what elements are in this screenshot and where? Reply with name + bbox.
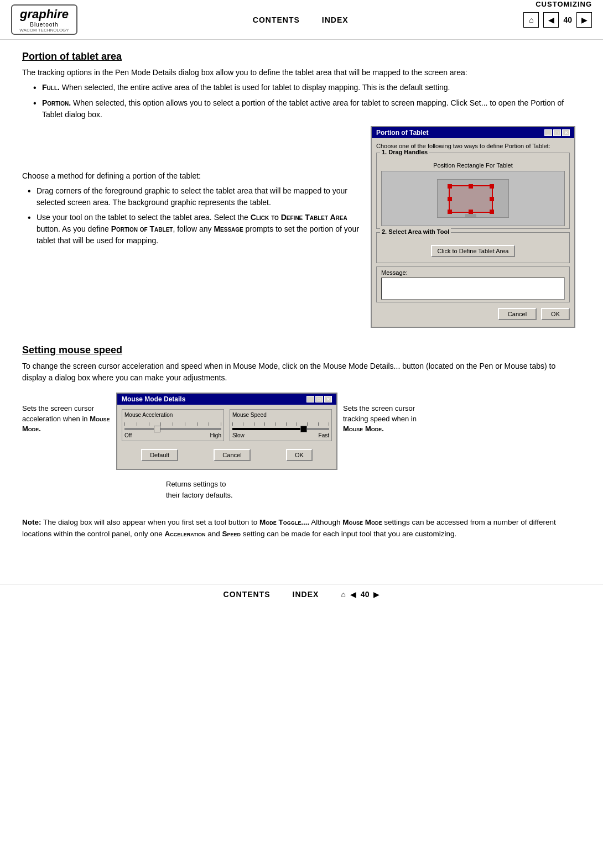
maximize-btn[interactable]: □ [553, 129, 561, 136]
message-box [381, 278, 565, 300]
handle-bl [448, 210, 452, 214]
mouse-dialog-container: Sets the screen cursor acceleration when… [22, 393, 581, 470]
note-section: Note: The dialog box will also appear wh… [22, 517, 581, 540]
dialog-footer: Cancel OK [376, 306, 570, 322]
tick [185, 422, 185, 426]
logo-sub: Bluetooth [30, 22, 58, 28]
speed-label: Mouse Speed [232, 412, 329, 418]
footer-page-number: 40 [361, 590, 370, 599]
speed-group: Mouse Speed [230, 409, 332, 441]
portion-label: Portion. [42, 98, 71, 107]
close-btn[interactable]: ✕ [562, 129, 570, 136]
accel-label: Mouse Acceleration [124, 412, 221, 418]
bullet-list-1: • Full. When selected, the entire active… [33, 82, 581, 121]
bullet-dot-2: • [33, 97, 42, 121]
sub-dot-1: • [28, 185, 37, 208]
mouse-cancel-btn[interactable]: Cancel [214, 449, 250, 461]
dialog-ok-btn[interactable]: OK [541, 308, 570, 320]
home-icon-btn[interactable]: ⌂ [523, 12, 539, 28]
mouse-row: Mouse Acceleration [122, 409, 332, 441]
mouse-maximize-btn[interactable]: □ [315, 396, 323, 402]
mouse-left-annotation: Sets the screen cursor acceleration when… [22, 393, 111, 434]
tick [264, 422, 265, 426]
note-body: The dialog box will also appear when you… [22, 518, 556, 537]
sub-text-1: Drag corners of the foreground graphic t… [37, 185, 360, 208]
acceleration-group: Mouse Acceleration [122, 409, 224, 441]
mouse-titlebar-btns: _ □ ✕ [306, 396, 332, 402]
footer-home-btn[interactable]: ⌂ [341, 590, 345, 599]
full-label: Full. [42, 83, 60, 92]
tick [232, 422, 233, 426]
section1-title: Portion of tablet area [22, 51, 581, 62]
note-label: Note: [22, 518, 41, 526]
speed-slider-handle[interactable] [300, 426, 307, 432]
titlebar-buttons: _ □ ✕ [544, 129, 570, 136]
handle-bc [469, 210, 473, 214]
two-col-layout: Choose a method for defining a portion o… [22, 126, 581, 328]
dialog-cancel-btn[interactable]: Cancel [498, 308, 537, 320]
dialog-titlebar: Portion of Tablet _ □ ✕ [372, 127, 574, 138]
footer-forward-btn[interactable]: ▶ [373, 590, 380, 599]
default-annotation: Returns settings totheir factory default… [166, 479, 581, 500]
tick [243, 422, 243, 426]
handle-tl [448, 184, 452, 189]
tick [209, 422, 209, 426]
forward-icon-btn[interactable]: ▶ [576, 12, 592, 28]
tick [254, 422, 254, 426]
tick [149, 422, 149, 426]
tick [286, 422, 287, 426]
left-annotation-text: Sets the screen cursor acceleration when… [22, 404, 111, 434]
minimize-btn[interactable]: _ [544, 129, 552, 136]
header: graphire Bluetooth WACOM TECHNOLOGY Cont… [0, 0, 603, 40]
sub-bullet-1: • Drag corners of the foreground graphic… [28, 185, 360, 208]
footer-contents-link[interactable]: Contents [223, 590, 271, 599]
mouse-default-btn[interactable]: Default [141, 449, 178, 461]
bullet-text-full: Full. When selected, the entire active a… [42, 82, 450, 94]
speed-slider-track [232, 428, 329, 430]
mouse-dialog-body: Mouse Acceleration [117, 405, 336, 469]
tick [275, 422, 275, 426]
footer-back-btn[interactable]: ◀ [350, 590, 356, 599]
sub-text-2: Use your tool on the tablet to select th… [37, 212, 360, 247]
portion-dialog: Portion of Tablet _ □ ✕ Choose one of th… [371, 126, 575, 328]
position-rect-label: Position Rectangle For Tablet [381, 162, 565, 169]
tick [197, 422, 197, 426]
handle-ml [448, 197, 452, 201]
logo-tagline: WACOM TECHNOLOGY [19, 28, 69, 33]
handle-tc [469, 184, 473, 189]
right-annotation-text: Sets the screen cursor tracking speed wh… [343, 404, 432, 434]
mouse-footer: Default Cancel OK [122, 446, 332, 464]
dialog-title: Portion of Tablet [376, 129, 428, 137]
header-nav: Contents Index [253, 15, 349, 24]
tick [160, 422, 161, 426]
footer-index-link[interactable]: Index [293, 590, 319, 599]
mouse-ok-btn[interactable]: OK [286, 449, 313, 461]
back-icon-btn[interactable]: ◀ [543, 12, 559, 28]
mouse-dialog: Mouse Mode Details _ □ ✕ Mouse Accelerat… [116, 393, 337, 470]
message-label: Message: [381, 269, 565, 276]
drag-handles-group: 1. Drag Handles Position Rectangle For T… [376, 153, 570, 229]
header-icons: ⌂ ◀ 40 ▶ [523, 12, 592, 28]
mouse-right-annotation: Sets the screen cursor tracking speed wh… [343, 393, 432, 434]
mouse-close-btn[interactable]: ✕ [324, 396, 332, 402]
section2-title: Setting mouse speed [22, 344, 581, 356]
mouse-minimize-btn[interactable]: _ [306, 396, 314, 402]
bottom-tab [465, 214, 476, 217]
accel-high-label: High [210, 432, 221, 438]
select-area-group: 2. Select Area with Tool Click to Define… [376, 232, 570, 263]
bullet-dot-1: • [33, 82, 42, 94]
message-group: Message: [376, 266, 570, 302]
mouse-dialog-title: Mouse Mode Details [122, 395, 185, 403]
logo-area: graphire Bluetooth WACOM TECHNOLOGY [11, 4, 77, 35]
tick [221, 422, 221, 426]
header-contents-link[interactable]: Contents [253, 15, 300, 24]
click-define-btn[interactable]: Click to Define Tablet Area [431, 245, 516, 257]
section1-intro: The tracking options in the Pen Mode Det… [22, 67, 581, 79]
header-index-link[interactable]: Index [322, 15, 349, 24]
handle-tr [490, 184, 494, 189]
speed-fast-label: Fast [319, 432, 329, 438]
speed-slow-label: Slow [232, 432, 245, 438]
group2-label: 2. Select Area with Tool [380, 228, 451, 235]
accel-slider-handle[interactable] [154, 426, 160, 432]
sub-bullets: • Drag corners of the foreground graphic… [28, 185, 360, 247]
